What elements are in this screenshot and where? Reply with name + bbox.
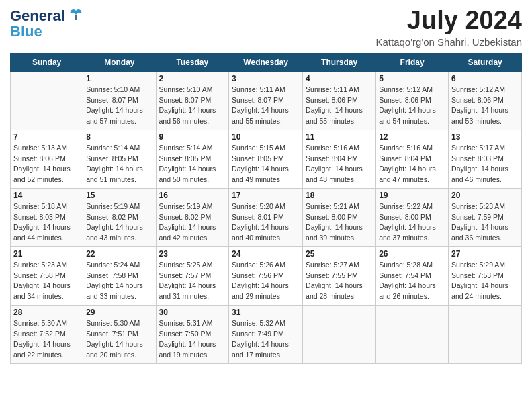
subtitle: Kattaqo'rg'on Shahri, Uzbekistan [375, 36, 522, 48]
calendar-header-monday: Monday [83, 53, 156, 71]
day-number: 23 [159, 249, 226, 259]
day-info: Sunrise: 5:19 AMSunset: 8:02 PMDaylight:… [159, 201, 226, 244]
calendar-cell: 22Sunrise: 5:24 AMSunset: 7:58 PMDayligh… [83, 246, 156, 305]
day-number: 31 [232, 308, 300, 317]
calendar-cell: 24Sunrise: 5:26 AMSunset: 7:56 PMDayligh… [229, 246, 303, 305]
day-number: 5 [379, 74, 445, 83]
calendar-cell [11, 71, 83, 130]
calendar-cell: 31Sunrise: 5:32 AMSunset: 7:49 PMDayligh… [229, 305, 303, 363]
calendar-cell: 8Sunrise: 5:14 AMSunset: 8:05 PMDaylight… [83, 130, 156, 188]
month-title: July 2024 [375, 7, 522, 35]
logo-bird-icon [66, 7, 85, 26]
header: General Blue July 2024 Kattaqo'rg'on Sha… [10, 7, 522, 48]
day-number: 13 [451, 132, 519, 142]
day-number: 17 [232, 191, 300, 200]
day-number: 28 [13, 308, 80, 317]
day-number: 21 [13, 249, 80, 259]
day-number: 16 [159, 191, 226, 200]
day-info: Sunrise: 5:22 AMSunset: 8:00 PMDaylight:… [379, 201, 445, 244]
day-info: Sunrise: 5:19 AMSunset: 8:02 PMDaylight:… [86, 201, 152, 244]
calendar-week-row: 21Sunrise: 5:23 AMSunset: 7:58 PMDayligh… [11, 246, 522, 305]
page: General Blue July 2024 Kattaqo'rg'on Sha… [0, 0, 532, 411]
calendar-cell: 25Sunrise: 5:27 AMSunset: 7:55 PMDayligh… [303, 246, 376, 305]
calendar-header-saturday: Saturday [449, 53, 522, 71]
day-info: Sunrise: 5:10 AMSunset: 8:07 PMDaylight:… [86, 85, 152, 127]
calendar-cell [303, 305, 376, 363]
calendar-header-wednesday: Wednesday [229, 53, 303, 71]
calendar-cell: 1Sunrise: 5:10 AMSunset: 8:07 PMDaylight… [83, 71, 156, 130]
day-info: Sunrise: 5:23 AMSunset: 7:58 PMDaylight:… [13, 260, 80, 302]
calendar-header-tuesday: Tuesday [156, 53, 229, 71]
calendar-cell: 15Sunrise: 5:19 AMSunset: 8:02 PMDayligh… [83, 188, 156, 246]
calendar-cell: 16Sunrise: 5:19 AMSunset: 8:02 PMDayligh… [156, 188, 229, 246]
day-info: Sunrise: 5:23 AMSunset: 7:59 PMDaylight:… [451, 201, 519, 244]
day-number: 25 [306, 249, 373, 259]
logo: General Blue [10, 7, 85, 40]
day-number: 15 [86, 191, 152, 200]
calendar-cell: 17Sunrise: 5:20 AMSunset: 8:01 PMDayligh… [229, 188, 303, 246]
day-info: Sunrise: 5:18 AMSunset: 8:03 PMDaylight:… [13, 201, 80, 244]
day-info: Sunrise: 5:12 AMSunset: 8:06 PMDaylight:… [379, 85, 445, 127]
calendar-cell: 4Sunrise: 5:11 AMSunset: 8:06 PMDaylight… [303, 71, 376, 130]
calendar-cell: 13Sunrise: 5:17 AMSunset: 8:03 PMDayligh… [449, 130, 522, 188]
title-area: July 2024 Kattaqo'rg'on Shahri, Uzbekist… [375, 7, 522, 48]
day-info: Sunrise: 5:15 AMSunset: 8:05 PMDaylight:… [232, 143, 300, 185]
calendar-cell: 2Sunrise: 5:10 AMSunset: 8:07 PMDaylight… [156, 71, 229, 130]
day-number: 6 [451, 74, 519, 83]
calendar-cell: 30Sunrise: 5:31 AMSunset: 7:50 PMDayligh… [156, 305, 229, 363]
day-number: 12 [379, 132, 445, 142]
day-number: 26 [379, 249, 445, 259]
day-info: Sunrise: 5:25 AMSunset: 7:57 PMDaylight:… [159, 260, 226, 302]
day-info: Sunrise: 5:30 AMSunset: 7:51 PMDaylight:… [86, 318, 152, 361]
day-info: Sunrise: 5:11 AMSunset: 8:06 PMDaylight:… [306, 85, 373, 127]
day-info: Sunrise: 5:24 AMSunset: 7:58 PMDaylight:… [86, 260, 152, 302]
day-number: 19 [379, 191, 445, 200]
day-number: 9 [159, 132, 226, 142]
day-info: Sunrise: 5:30 AMSunset: 7:52 PMDaylight:… [13, 318, 80, 361]
calendar-cell: 10Sunrise: 5:15 AMSunset: 8:05 PMDayligh… [229, 130, 303, 188]
logo-blue: Blue [10, 23, 42, 40]
calendar-cell: 27Sunrise: 5:29 AMSunset: 7:53 PMDayligh… [449, 246, 522, 305]
calendar-week-row: 28Sunrise: 5:30 AMSunset: 7:52 PMDayligh… [11, 305, 522, 363]
day-number: 24 [232, 249, 300, 259]
day-number: 30 [159, 308, 226, 317]
day-info: Sunrise: 5:13 AMSunset: 8:06 PMDaylight:… [13, 143, 80, 185]
calendar-cell: 5Sunrise: 5:12 AMSunset: 8:06 PMDaylight… [376, 71, 449, 130]
calendar-cell: 7Sunrise: 5:13 AMSunset: 8:06 PMDaylight… [11, 130, 83, 188]
calendar-cell [449, 305, 522, 363]
day-info: Sunrise: 5:14 AMSunset: 8:05 PMDaylight:… [86, 143, 152, 185]
calendar-header-sunday: Sunday [11, 53, 83, 71]
calendar-cell: 14Sunrise: 5:18 AMSunset: 8:03 PMDayligh… [11, 188, 83, 246]
day-number: 1 [86, 74, 152, 83]
day-info: Sunrise: 5:28 AMSunset: 7:54 PMDaylight:… [379, 260, 445, 302]
day-info: Sunrise: 5:12 AMSunset: 8:06 PMDaylight:… [451, 85, 519, 127]
day-info: Sunrise: 5:17 AMSunset: 8:03 PMDaylight:… [451, 143, 519, 185]
calendar-cell: 20Sunrise: 5:23 AMSunset: 7:59 PMDayligh… [449, 188, 522, 246]
calendar-cell: 3Sunrise: 5:11 AMSunset: 8:07 PMDaylight… [229, 71, 303, 130]
calendar-cell: 26Sunrise: 5:28 AMSunset: 7:54 PMDayligh… [376, 246, 449, 305]
calendar-cell: 29Sunrise: 5:30 AMSunset: 7:51 PMDayligh… [83, 305, 156, 363]
calendar-week-row: 14Sunrise: 5:18 AMSunset: 8:03 PMDayligh… [11, 188, 522, 246]
day-number: 11 [306, 132, 373, 142]
day-number: 7 [13, 132, 80, 142]
calendar-cell: 12Sunrise: 5:16 AMSunset: 8:04 PMDayligh… [376, 130, 449, 188]
day-info: Sunrise: 5:26 AMSunset: 7:56 PMDaylight:… [232, 260, 300, 302]
calendar-week-row: 1Sunrise: 5:10 AMSunset: 8:07 PMDaylight… [11, 71, 522, 130]
day-info: Sunrise: 5:32 AMSunset: 7:49 PMDaylight:… [232, 318, 300, 361]
day-number: 3 [232, 74, 300, 83]
day-number: 18 [306, 191, 373, 200]
calendar-table: SundayMondayTuesdayWednesdayThursdayFrid… [10, 53, 522, 364]
day-info: Sunrise: 5:16 AMSunset: 8:04 PMDaylight:… [379, 143, 445, 185]
day-number: 2 [159, 74, 226, 83]
calendar-cell: 18Sunrise: 5:21 AMSunset: 8:00 PMDayligh… [303, 188, 376, 246]
day-info: Sunrise: 5:10 AMSunset: 8:07 PMDaylight:… [159, 85, 226, 127]
calendar-week-row: 7Sunrise: 5:13 AMSunset: 8:06 PMDaylight… [11, 130, 522, 188]
day-number: 8 [86, 132, 152, 142]
day-number: 20 [451, 191, 519, 200]
logo-general: General [10, 7, 65, 25]
day-info: Sunrise: 5:14 AMSunset: 8:05 PMDaylight:… [159, 143, 226, 185]
day-number: 10 [232, 132, 300, 142]
day-info: Sunrise: 5:29 AMSunset: 7:53 PMDaylight:… [451, 260, 519, 302]
calendar-cell: 19Sunrise: 5:22 AMSunset: 8:00 PMDayligh… [376, 188, 449, 246]
calendar-cell: 21Sunrise: 5:23 AMSunset: 7:58 PMDayligh… [11, 246, 83, 305]
